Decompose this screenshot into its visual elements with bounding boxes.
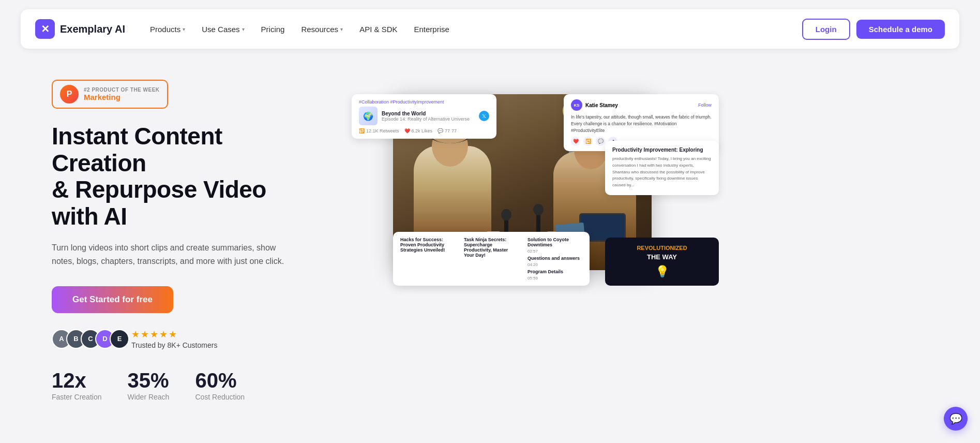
stat-label: Faster Creation <box>52 393 101 401</box>
content-panel: Productivity Improvement: Exploring prod… <box>605 141 719 195</box>
content-panel-title: Productivity Improvement: Exploring <box>612 147 712 153</box>
clip-title: Questions and answers <box>527 256 582 261</box>
clips-panel: Hacks for Success: Proven Productivity S… <box>393 232 590 286</box>
logo[interactable]: ✕ Exemplary AI <box>35 19 125 39</box>
stat-label: Cost Reduction <box>195 393 245 401</box>
login-button[interactable]: Login <box>802 19 850 40</box>
stat-faster-creation: 12x Faster Creation <box>52 370 101 401</box>
social-proof: A B C D E ★★★★★ Trusted by 8K+ Customers <box>52 329 321 349</box>
chevron-down-icon: ▾ <box>183 26 185 32</box>
clip-title: Hacks for Success: Proven Productivity S… <box>400 237 455 253</box>
stat-cost-reduction: 60% Cost Reduction <box>195 370 245 401</box>
hero-mockup: #Collaboration #ProductivityImprovement … <box>352 94 703 270</box>
clip-time: 04:20 <box>527 262 582 267</box>
nav-item-usecases[interactable]: Use Cases ▾ <box>195 21 250 38</box>
retweet-icon: 🔁 <box>583 137 593 146</box>
chat-icon: 💬 <box>949 412 962 425</box>
navbar-actions: Login Schedule a demo <box>802 19 945 40</box>
nav-links: Products ▾ Use Cases ▾ Pricing Resources… <box>144 21 456 38</box>
podcast-thumbnail: 🌍 <box>359 107 378 125</box>
content-panel-text: productivity enthusiasts! Today, I bring… <box>612 156 712 189</box>
clip-title: Solution to Coyote Downtimes <box>527 237 582 247</box>
chevron-down-icon: ▾ <box>340 26 343 32</box>
clip-item-2: Task Ninja Secrets: Supercharge Producti… <box>464 237 519 259</box>
cta-button[interactable]: Get Started for free <box>52 286 173 313</box>
podcast-title: Beyond the World <box>382 111 470 116</box>
stars-trust: ★★★★★ Trusted by 8K+ Customers <box>131 329 217 349</box>
follow-button[interactable]: Follow <box>698 102 712 108</box>
product-hunt-icon: P <box>60 85 79 104</box>
hero-subtitle: Turn long videos into short clips and cr… <box>52 241 290 269</box>
stat-wider-reach: 35% Wider Reach <box>127 370 169 401</box>
nav-item-enterprise[interactable]: Enterprise <box>408 21 455 38</box>
twitter-icon: 𝕏 <box>479 111 489 121</box>
main-content: P #2 PRODUCT OF THE WEEK Marketing Insta… <box>0 49 980 422</box>
nav-item-resources[interactable]: Resources ▾ <box>295 21 349 38</box>
chat-widget-button[interactable]: 💬 <box>944 407 968 431</box>
stats-row: 12x Faster Creation 35% Wider Reach 60% … <box>52 370 321 401</box>
social-card: #Collaboration #ProductivityImprovement … <box>352 94 496 139</box>
brand-name: Exemplary AI <box>60 23 125 35</box>
star-rating: ★★★★★ <box>131 329 217 340</box>
clip-title: Program Details <box>527 269 582 274</box>
likes-stat: ❤️6.2k Likes <box>404 128 433 134</box>
heart-icon: ❤️ <box>571 137 580 146</box>
chat-user-avatar: KS <box>571 99 582 111</box>
customer-avatars: A B C D E <box>52 329 124 349</box>
clip-title: Task Ninja Secrets: Supercharge Producti… <box>464 237 519 258</box>
comment-icon: 💬 <box>596 137 605 146</box>
stat-number: 35% <box>127 370 169 391</box>
avatar: E <box>110 329 129 349</box>
clip-item-3: Solution to Coyote Downtimes 02:57 Quest… <box>527 237 582 280</box>
chat-body-text: In life's tapestry, our attitude, though… <box>571 114 712 134</box>
dark-card: REVOLUTIONIZED THE WAY 💡 <box>605 238 719 286</box>
stat-label: Wider Reach <box>127 393 169 401</box>
clip-time: 05:59 <box>527 276 582 280</box>
social-tags: #Collaboration #ProductivityImprovement <box>359 99 489 105</box>
comments-stat: 💬77 77 <box>438 128 457 134</box>
retweets-stat: 🔁12.1K Retweets <box>359 128 399 134</box>
chevron-down-icon: ▾ <box>242 26 245 32</box>
nav-item-api[interactable]: API & SDK <box>353 21 403 38</box>
badge-rank: #2 PRODUCT OF THE WEEK <box>84 87 160 93</box>
dark-card-badge: REVOLUTIONIZED <box>614 245 710 251</box>
navbar: ✕ Exemplary AI Products ▾ Use Cases ▾ Pr… <box>0 9 980 49</box>
lightbulb-icon: 💡 <box>614 265 710 278</box>
badge-category: Marketing <box>84 93 160 101</box>
schedule-demo-button[interactable]: Schedule a demo <box>856 20 945 39</box>
hero-heading: Instant Content Creation & Repurpose Vid… <box>52 123 321 230</box>
hero-left: P #2 PRODUCT OF THE WEEK Marketing Insta… <box>52 75 321 401</box>
nav-item-pricing[interactable]: Pricing <box>255 21 291 38</box>
chat-user-name: Katie Stamey <box>585 102 618 108</box>
podcast-subtitle: Episode 14: Reality of Alternative Unive… <box>382 116 470 122</box>
nav-item-products[interactable]: Products ▾ <box>144 21 191 38</box>
clip-time: 02:57 <box>527 249 582 254</box>
stat-number: 60% <box>195 370 245 391</box>
hero-right: #Collaboration #ProductivityImprovement … <box>352 75 939 292</box>
microphone-right <box>536 208 540 234</box>
trust-label: Trusted by 8K+ Customers <box>131 341 217 349</box>
product-badge: P #2 PRODUCT OF THE WEEK Marketing <box>52 80 168 109</box>
logo-icon: ✕ <box>35 19 55 39</box>
clip-item-1: Hacks for Success: Proven Productivity S… <box>400 237 455 254</box>
dark-card-text: THE WAY <box>614 253 710 261</box>
stat-number: 12x <box>52 370 101 391</box>
